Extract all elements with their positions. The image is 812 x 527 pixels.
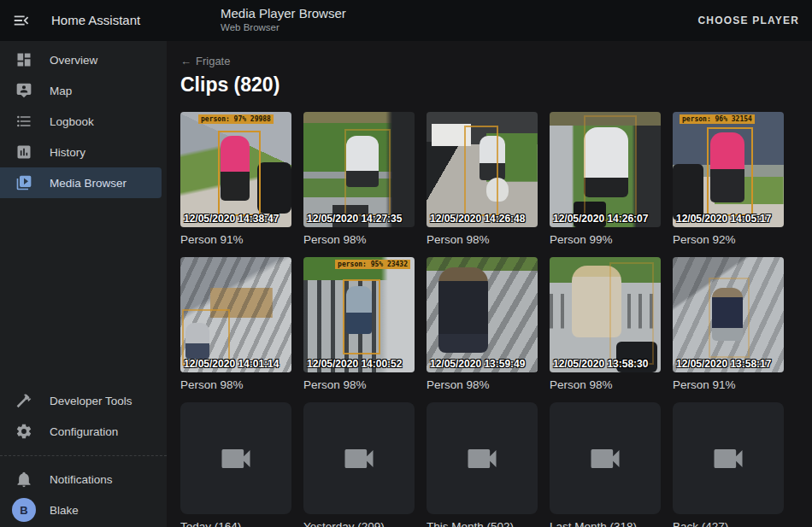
- sidebar-item-user[interactable]: B Blake: [0, 495, 162, 525]
- sidebar-item-map[interactable]: Map: [0, 75, 162, 106]
- folder-tile: [550, 402, 661, 514]
- clip-thumbnail: person: 97% 29988 12/05/2020 14:38:47: [180, 112, 291, 227]
- user-avatar: B: [12, 498, 36, 522]
- clip-timestamp: 12/05/2020 14:00:52: [307, 358, 402, 370]
- clip-item[interactable]: 12/05/2020 14:01:14 Person 98%: [180, 257, 291, 392]
- hammer-icon: [15, 392, 32, 409]
- sidebar-item-label: Media Browser: [50, 177, 127, 190]
- clip-item[interactable]: 12/05/2020 14:26:48 Person 98%: [427, 112, 538, 247]
- clip-timestamp: 12/05/2020 13:58:30: [553, 358, 648, 370]
- sidebar-item-overview[interactable]: Overview: [0, 44, 162, 75]
- sidebar-item-label: History: [50, 146, 85, 159]
- sidebar-item-label: Notifications: [50, 473, 113, 486]
- breadcrumb-back[interactable]: ← Frigate: [180, 55, 230, 68]
- gear-icon: [15, 423, 32, 440]
- sidebar-item-logbook[interactable]: Logbook: [0, 106, 162, 137]
- choose-player-button[interactable]: CHOOSE PLAYER: [697, 0, 799, 41]
- clip-item[interactable]: person: 95% 23432 12/05/2020 14:00:52 Pe…: [303, 257, 415, 392]
- sidebar-bottom: Developer Tools Configuration Notificati…: [0, 385, 167, 527]
- clip-thumbnail: person: 95% 23432 12/05/2020 14:00:52: [303, 257, 415, 372]
- detection-bbox: [343, 279, 380, 354]
- folder-label: Last Month (318): [550, 520, 661, 527]
- media-player-title: Media Player Browser: [221, 6, 346, 20]
- clip-item[interactable]: 12/05/2020 13:58:30 Person 98%: [550, 257, 661, 392]
- detection-bbox: [218, 131, 261, 216]
- folder-label: Today (164): [180, 520, 291, 527]
- map-account-icon: [15, 82, 32, 99]
- sidebar: Overview Map Logbook History Media Brows…: [0, 41, 167, 527]
- clip-timestamp: 12/05/2020 13:59:49: [430, 358, 525, 370]
- clip-label: Person 99%: [550, 233, 661, 247]
- folder-label: Back (427): [673, 520, 784, 527]
- video-camera-icon: [463, 440, 501, 477]
- menu-toggle-button[interactable]: [12, 11, 32, 32]
- detection-label: person: 96% 32154: [680, 114, 755, 124]
- clip-label: Person 98%: [550, 378, 661, 392]
- back-arrow-icon: ←: [180, 55, 191, 67]
- app-title: Home Assistant: [51, 13, 140, 27]
- folder-item-yesterday[interactable]: Yesterday (209): [303, 402, 415, 527]
- folder-item-last-month[interactable]: Last Month (318): [550, 402, 661, 527]
- sidebar-item-notifications[interactable]: Notifications: [0, 464, 162, 495]
- folder-item-back[interactable]: Back (427): [673, 402, 784, 527]
- bell-icon: [15, 471, 32, 488]
- detection-bbox: [709, 278, 750, 358]
- sidebar-item-label: Configuration: [50, 425, 118, 438]
- sidebar-divider: [0, 455, 167, 456]
- clip-timestamp: 12/05/2020 14:01:14: [184, 358, 279, 370]
- clip-thumbnail: person: 96% 32154 12/05/2020 14:05:17: [673, 112, 784, 227]
- video-camera-icon: [217, 440, 255, 477]
- detection-bbox: [584, 115, 637, 221]
- video-camera-icon: [340, 440, 378, 477]
- folder-tile: [180, 402, 291, 514]
- clip-item[interactable]: 12/05/2020 13:58:17 Person 91%: [673, 257, 784, 392]
- clip-thumbnail: 12/05/2020 14:26:48: [427, 112, 538, 227]
- detection-label: person: 97% 29988: [198, 114, 274, 124]
- sidebar-item-label: Map: [50, 85, 72, 97]
- clip-item[interactable]: person: 97% 29988 12/05/2020 14:38:47 Pe…: [180, 112, 291, 247]
- detection-bbox: [609, 262, 654, 365]
- folder-item-today[interactable]: Today (164): [180, 402, 291, 527]
- clip-timestamp: 12/05/2020 14:27:35: [307, 213, 402, 225]
- dashboard-icon: [15, 51, 32, 68]
- clip-thumbnail: 12/05/2020 13:58:30: [550, 257, 661, 372]
- clip-timestamp: 12/05/2020 14:26:48: [430, 213, 525, 225]
- clip-label: Person 98%: [180, 378, 291, 392]
- clip-item[interactable]: 12/05/2020 14:27:35 Person 98%: [303, 112, 415, 247]
- clip-label: Person 92%: [673, 233, 784, 247]
- clip-item[interactable]: person: 96% 32154 12/05/2020 14:05:17 Pe…: [673, 112, 784, 247]
- clip-timestamp: 12/05/2020 14:38:47: [184, 213, 279, 225]
- video-camera-icon: [586, 440, 624, 477]
- sidebar-item-label: Overview: [50, 54, 97, 67]
- folder-tile: [427, 402, 538, 514]
- menu-open-icon: [12, 11, 31, 30]
- folder-tile: [303, 402, 415, 514]
- page-title: Clips (820): [180, 73, 798, 97]
- chart-icon: [15, 143, 32, 161]
- detection-label: person: 95% 23432: [335, 260, 410, 269]
- clip-label: Person 91%: [673, 378, 784, 392]
- sidebar-item-configuration[interactable]: Configuration: [0, 416, 162, 447]
- clip-timestamp: 12/05/2020 14:26:07: [553, 213, 648, 225]
- media-player-subtitle: Web Browser: [221, 22, 346, 32]
- folder-tile: [673, 402, 784, 514]
- clip-thumbnail: 12/05/2020 14:26:07: [550, 112, 661, 227]
- top-app-bar: Home Assistant Media Player Browser Web …: [0, 0, 812, 41]
- detection-bbox: [464, 126, 498, 216]
- sidebar-item-developer-tools[interactable]: Developer Tools: [0, 385, 162, 416]
- user-name: Blake: [50, 504, 79, 517]
- sidebar-nav: Overview Map Logbook History Media Brows…: [0, 41, 167, 198]
- clip-thumbnail: 12/05/2020 14:27:35: [303, 112, 415, 227]
- clip-label: Person 98%: [427, 378, 538, 392]
- folder-item-this-month[interactable]: This Month (502): [427, 402, 538, 527]
- clips-grid: person: 97% 29988 12/05/2020 14:38:47 Pe…: [180, 112, 798, 527]
- clip-item[interactable]: 12/05/2020 14:26:07 Person 99%: [550, 112, 661, 247]
- clip-item[interactable]: 12/05/2020 13:59:49 Person 98%: [427, 257, 538, 392]
- sidebar-item-media-browser[interactable]: Media Browser: [0, 167, 162, 198]
- detection-bbox: [344, 129, 391, 216]
- sidebar-item-history[interactable]: History: [0, 137, 162, 167]
- folder-label: Yesterday (209): [303, 520, 415, 527]
- clip-label: Person 98%: [303, 378, 415, 392]
- play-box-multiple-icon: [15, 174, 32, 191]
- media-browser-content: ← Frigate Clips (820) person: 97% 29988 …: [167, 41, 812, 527]
